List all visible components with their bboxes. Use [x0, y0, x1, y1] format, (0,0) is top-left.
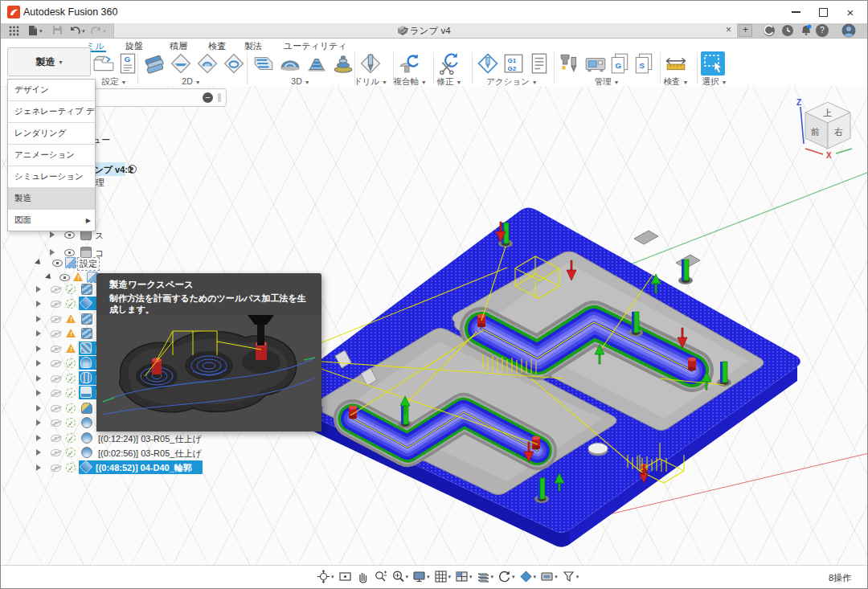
drill-icon[interactable] — [359, 52, 382, 75]
ribbon-divider — [247, 52, 248, 84]
user-avatar[interactable] — [841, 23, 856, 38]
help-icon[interactable]: ? — [816, 24, 829, 37]
document-tab-title: クランプ v4 — [114, 25, 737, 37]
machine-library-icon[interactable] — [584, 52, 607, 75]
save-icon[interactable] — [52, 25, 63, 35]
operations-count: 8操作 — [829, 572, 851, 584]
tool-library-icon[interactable] — [559, 52, 581, 75]
job-status-icon[interactable] — [763, 24, 776, 37]
post-g1g2-icon[interactable]: G1G2 — [502, 52, 525, 75]
2d-adaptive-icon[interactable] — [143, 52, 166, 75]
document-tab-strip: ▾ ▾ ▾ クランプ v4 × + ? — [1, 23, 867, 39]
ribbon-tab-utilities[interactable]: ユーティリティ — [284, 40, 347, 52]
screen-display-icon[interactable]: ▾ — [539, 570, 559, 583]
display-settings-icon[interactable]: ▾ — [411, 570, 431, 583]
regenerate-icon[interactable]: ▾ — [497, 570, 516, 583]
group-label-2d[interactable]: 2D ▼ — [139, 76, 244, 86]
workspace-switcher-button[interactable]: 製造▾ — [7, 47, 91, 76]
collapse-browser-icon[interactable]: – — [203, 92, 213, 103]
ribbon-divider — [137, 52, 138, 84]
new-file-icon[interactable] — [28, 25, 38, 36]
recent-activity-icon[interactable] — [781, 24, 794, 37]
y-axis-line — [597, 172, 868, 277]
tooltip-title: 製造ワークスペース — [109, 279, 194, 291]
modify-toolpath-icon[interactable] — [438, 52, 461, 75]
face-icon[interactable] — [170, 52, 192, 75]
ribbon-divider — [472, 52, 473, 84]
toolpath-display-icon[interactable]: ▾ — [476, 570, 495, 583]
viewcube-right-face: 右 — [834, 127, 843, 137]
new-tab-button[interactable]: + — [739, 24, 752, 37]
svg-text:S: S — [640, 61, 645, 70]
template-library-icon[interactable]: S — [633, 52, 655, 75]
tooltip-body: 制作方法を計画するためのツールパス加工法を生成します。 — [109, 292, 310, 315]
workspace-menu-item-4[interactable]: シミュレーション — [8, 166, 95, 187]
simulate-icon[interactable] — [477, 52, 499, 75]
ribbon: ミル 旋盤 積層 検査 製法 ユーティリティ G 設定 ▼ 2D ▼ — [1, 39, 867, 87]
post-process-g-icon[interactable]: G — [117, 52, 139, 75]
look-at-icon[interactable] — [338, 570, 353, 583]
new-file-caret-icon[interactable]: ▾ — [39, 28, 43, 35]
viewcube-x-label: X — [826, 151, 832, 160]
2d-contour-icon[interactable] — [223, 52, 245, 75]
notifications-bell-icon[interactable] — [799, 23, 813, 38]
setup-sheet-icon[interactable] — [528, 52, 551, 75]
viewcube-top-face: 上 — [823, 108, 832, 117]
visibility-filter-icon[interactable]: ▾ — [561, 570, 580, 583]
viewports-icon[interactable]: ▾ — [454, 570, 473, 583]
workspace-menu-item-5[interactable]: 製造 — [8, 187, 95, 209]
workspace-menu-item-0[interactable]: デザイン — [8, 80, 95, 100]
workspace-menu-item-6[interactable]: 図面▶ — [8, 209, 95, 231]
ribbon-tab-fabrication[interactable]: 製法 — [244, 40, 262, 52]
orbit-icon[interactable]: ▾ — [316, 570, 335, 583]
viewcube[interactable]: Z 上 前 右 X — [794, 96, 862, 166]
close-button[interactable]: × — [837, 1, 864, 23]
measure-icon[interactable] — [665, 52, 687, 75]
3d-adaptive-icon[interactable] — [252, 52, 275, 75]
pan-icon[interactable] — [355, 570, 371, 583]
group-label-3d[interactable]: 3D ▼ — [250, 76, 351, 86]
viewcube-z-label: Z — [796, 98, 801, 107]
workspace-menu: デザインジェネレーティブ デザインレンダリングアニメーションシミュレーション製造… — [7, 79, 96, 231]
svg-text:G1: G1 — [507, 57, 516, 64]
milling-setup-icon[interactable] — [92, 52, 115, 75]
submenu-arrow-icon: ▶ — [86, 217, 91, 224]
titlebar: Autodesk Fusion 360 × — [1, 1, 867, 24]
multi-axis-icon[interactable] — [398, 52, 420, 75]
ribbon-tab-turning[interactable]: 旋盤 — [125, 40, 143, 52]
grid-snaps-icon[interactable]: ▾ — [433, 570, 452, 583]
zoom-icon[interactable] — [373, 570, 388, 583]
zoom-window-icon[interactable]: ▾ — [391, 570, 410, 583]
document-tab[interactable]: クランプ v4 × — [113, 23, 738, 38]
viewport-canvas[interactable]: X – ュークランプ v4:1理スコ設定!✓✓!!![(0:00:15)] 02… — [2, 86, 868, 567]
ribbon-divider — [554, 52, 555, 84]
spiral-icon[interactable] — [332, 52, 354, 75]
redo-caret-icon[interactable]: ▾ — [103, 28, 106, 35]
2d-pocket-icon[interactable] — [196, 52, 219, 75]
undo-icon[interactable] — [70, 26, 80, 35]
svg-text:G2: G2 — [507, 65, 516, 72]
fusion360-window: Autodesk Fusion 360 × ▾ ▾ ▾ クランプ v4 × — [0, 0, 868, 589]
tooltip-preview-image — [96, 315, 321, 432]
workspace-menu-item-3[interactable]: アニメーション — [8, 144, 95, 166]
workspace-tooltip: 製造ワークスペース 制作方法を計画するためのツールパス加工法を生成します。 — [96, 273, 321, 432]
ribbon-tab-additive[interactable]: 積層 — [170, 40, 187, 52]
tab-close-icon[interactable]: × — [723, 24, 735, 36]
maximize-button[interactable] — [809, 1, 837, 23]
3d-pocket-icon[interactable] — [279, 52, 301, 75]
post-library-icon[interactable]: G — [608, 52, 631, 75]
undo-caret-icon[interactable]: ▾ — [82, 28, 85, 35]
workspace-menu-item-1[interactable]: ジェネレーティブ デザイン — [8, 100, 95, 122]
redo-icon[interactable] — [91, 26, 101, 35]
select-icon[interactable] — [700, 51, 726, 76]
chevron-down-icon: ▾ — [59, 59, 62, 66]
app-title: Autodesk Fusion 360 — [23, 6, 117, 18]
panel-grip-icon[interactable] — [218, 93, 221, 102]
app-grid-icon[interactable] — [9, 26, 19, 36]
svg-text:G: G — [125, 55, 131, 63]
steep-shallow-icon[interactable] — [305, 52, 328, 75]
stock-display-icon[interactable]: ▾ — [518, 570, 538, 583]
minimize-button[interactable] — [782, 1, 809, 23]
ribbon-tab-inspect[interactable]: 検査 — [208, 40, 226, 52]
workspace-menu-item-2[interactable]: レンダリング — [8, 122, 95, 144]
